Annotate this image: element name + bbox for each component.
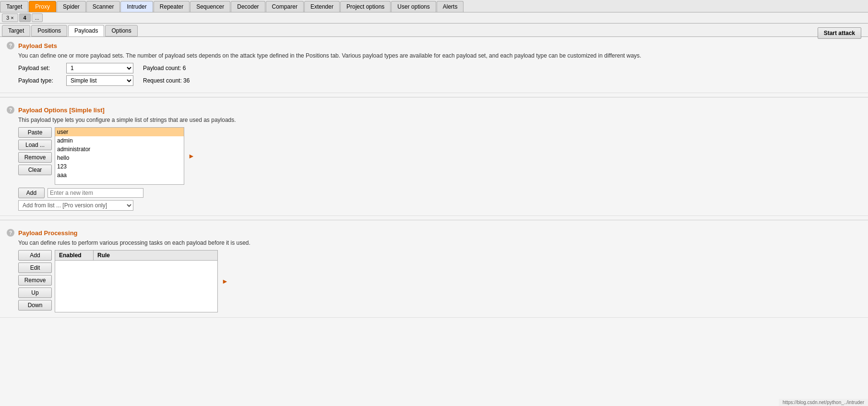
section-tabs: Target Positions Payloads Options [0, 24, 868, 37]
stab-payloads[interactable]: Payloads [68, 25, 104, 36]
remove-button[interactable]: Remove [18, 152, 52, 163]
add-from-list-row: Add from list ... [Pro version only] [18, 200, 861, 211]
scroll-arrow-icon: ► [188, 152, 195, 160]
list-item[interactable]: hello [55, 154, 184, 162]
status-bar: https://blog.csdn.net/python_../intruder [779, 399, 868, 406]
add-input[interactable] [48, 188, 143, 198]
tab-alerts[interactable]: Alerts [437, 1, 464, 12]
load-button[interactable]: Load ... [18, 140, 52, 150]
payload-listbox[interactable]: user admin administrator hello 123 aaa [55, 127, 184, 185]
stab-target[interactable]: Target [2, 25, 30, 36]
payload-processing-title: Payload Processing [18, 229, 78, 237]
payload-sets-desc: You can define one or more payload sets.… [18, 52, 861, 59]
payload-type-label: Payload type: [18, 77, 66, 84]
top-nav: Target Proxy Spider Scanner Intruder Rep… [0, 0, 868, 12]
request-count-label: Request count: 36 [143, 77, 190, 84]
sub-tab-4[interactable]: 4 [19, 13, 31, 22]
stab-positions[interactable]: Positions [31, 25, 67, 36]
add-button[interactable]: Add [18, 188, 45, 198]
proc-remove-button[interactable]: Remove [18, 275, 52, 286]
payload-options-desc: This payload type lets you configure a s… [18, 117, 861, 123]
proc-col-rule: Rule [94, 251, 217, 260]
tab-comparer[interactable]: Comparer [266, 1, 304, 12]
payload-set-label: Payload set: [18, 65, 66, 72]
payload-list-buttons: Paste Load ... Remove Clear [18, 127, 52, 175]
payload-options-header: ? Payload Options [Simple list] [7, 106, 861, 114]
list-item[interactable]: administrator [55, 145, 184, 154]
payload-options-title: Payload Options [Simple list] [18, 107, 105, 114]
payload-processing-help-icon[interactable]: ? [7, 229, 14, 237]
payload-processing-header: ? Payload Processing [7, 229, 861, 237]
tab-target[interactable]: Target [0, 1, 28, 12]
stab-options[interactable]: Options [105, 25, 137, 36]
payload-sets-title: Payload Sets [18, 42, 57, 49]
payload-set-row: Payload set: 1 2 Payload count: 6 [18, 63, 861, 73]
proc-col-enabled: Enabled [55, 251, 94, 260]
main-content: Start attack ? Payload Sets You can defi… [0, 37, 868, 406]
clear-button[interactable]: Clear [18, 165, 52, 175]
proc-scroll-arrow-icon: ► [222, 277, 228, 285]
add-from-list-select[interactable]: Add from list ... [Pro version only] [18, 200, 133, 211]
payload-sets-section: Start attack ? Payload Sets You can defi… [0, 37, 868, 93]
tab-intruder[interactable]: Intruder [120, 1, 153, 12]
tab-extender[interactable]: Extender [304, 1, 340, 12]
paste-button[interactable]: Paste [18, 127, 52, 138]
tab-user-options[interactable]: User options [391, 1, 436, 12]
payload-count-label: Payload count: 6 [143, 65, 186, 72]
payload-options-section: ? Payload Options [Simple list] This pay… [0, 101, 868, 216]
processing-buttons: Add Edit Remove Up Down [18, 250, 52, 310]
proc-add-button[interactable]: Add [18, 250, 52, 261]
list-item[interactable]: 123 [55, 162, 184, 171]
tab-repeater[interactable]: Repeater [154, 1, 190, 12]
tab-spider[interactable]: Spider [57, 1, 86, 12]
payload-sets-help-icon[interactable]: ? [7, 42, 14, 49]
proc-table-body [55, 261, 217, 309]
list-item[interactable]: user [55, 128, 184, 136]
processing-table: Enabled Rule [55, 250, 218, 312]
list-item[interactable]: admin [55, 136, 184, 145]
proc-down-button[interactable]: Down [18, 300, 52, 310]
payload-type-select[interactable]: Simple list Runtime file Custom iterator [66, 75, 133, 86]
payload-type-row: Payload type: Simple list Runtime file C… [18, 75, 861, 86]
proc-edit-button[interactable]: Edit [18, 263, 52, 273]
start-attack-button[interactable]: Start attack [818, 27, 861, 39]
payload-options-help-icon[interactable]: ? [7, 106, 14, 114]
list-item[interactable]: aaa [55, 171, 184, 179]
payload-sets-header: ? Payload Sets [7, 42, 861, 49]
proc-up-button[interactable]: Up [18, 287, 52, 298]
tab-proxy[interactable]: Proxy [29, 1, 56, 12]
tab-decoder[interactable]: Decoder [231, 1, 265, 12]
processing-table-area: Add Edit Remove Up Down Enabled Rule ► [18, 250, 861, 312]
proc-table-header: Enabled Rule [55, 251, 217, 261]
add-row: Add [18, 188, 861, 198]
payload-processing-section: ? Payload Processing You can define rule… [0, 224, 868, 318]
tab-project-options[interactable]: Project options [340, 1, 391, 12]
tab-scanner[interactable]: Scanner [86, 1, 120, 12]
tab-sequencer[interactable]: Sequencer [190, 1, 230, 12]
sub-tab-bar: 3 × 4 ... [0, 12, 868, 24]
sub-tab-dots[interactable]: ... [32, 13, 43, 22]
sub-tab-3[interactable]: 3 × [2, 13, 18, 22]
payload-processing-desc: You can define rules to perform various … [18, 239, 861, 246]
payload-list-area: Paste Load ... Remove Clear user admin a… [18, 127, 861, 185]
payload-set-select[interactable]: 1 2 [66, 63, 133, 73]
